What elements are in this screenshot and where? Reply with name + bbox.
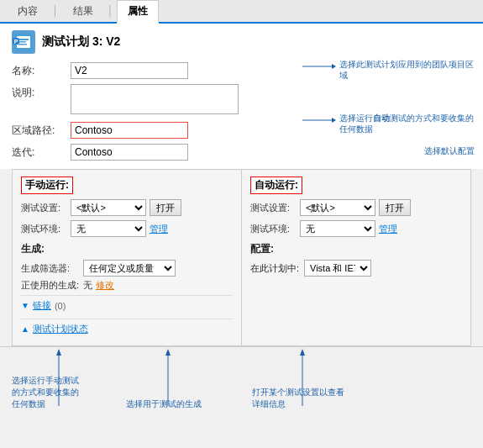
auto-config-select[interactable]: Vista 和 IE7 [304, 260, 371, 277]
iter-input[interactable] [71, 144, 188, 161]
panel-auto: 自动运行: 测试设置: <默认> 打开 测试环境: 无 管理 [242, 170, 470, 345]
svg-text:P: P [14, 39, 18, 45]
tab-divider-2: │ [106, 5, 116, 17]
svg-rect-3 [18, 41, 26, 43]
svg-marker-10 [332, 118, 336, 123]
auto-env-select[interactable]: 无 [300, 220, 375, 237]
form-iter-label: 迭代: [12, 144, 71, 160]
bottom-annot-right: 打开某个测试设置以查看详细信息 [252, 387, 361, 410]
annotation-auto: 选择运行自动测试的方式和要收集的任何数据 [339, 113, 475, 134]
svg-marker-8 [332, 64, 336, 69]
plan-icon-svg: P [13, 31, 34, 53]
manual-build-modify-link[interactable]: 修改 [96, 279, 114, 292]
auto-settings-row: 测试设置: <默认> 打开 [250, 199, 462, 216]
auto-settings-open-btn[interactable]: 打开 [379, 199, 411, 216]
manual-env-manage-link[interactable]: 管理 [150, 223, 168, 235]
auto-title: 自动运行: [255, 178, 298, 192]
manual-build-use-value: 无 [83, 279, 92, 292]
panels-wrapper: 手动运行: 测试设置: <默认> 打开 测试环境: 无 管理 [12, 169, 471, 346]
bottom-annot-middle: 选择用于测试的生成 [126, 398, 210, 410]
bottom-annot-left: 选择运行手动测试的方式和要收集的任何数据 [12, 375, 104, 410]
svg-marker-16 [300, 349, 305, 356]
manual-title-box: 手动运行: [21, 177, 73, 194]
form-area-label: 区域路径: [12, 122, 71, 138]
name-input[interactable] [71, 62, 188, 79]
links-collapse-icon[interactable]: ▼ [21, 301, 29, 310]
select-default-area: 选择默认配置 [302, 145, 475, 157]
auto-settings-select[interactable]: <默认> [300, 199, 375, 216]
annotation-area: 选择此测试计划应用到的团队项目区域 [339, 59, 475, 81]
plan-header: P 测试计划 3: V2 [12, 30, 471, 54]
manual-build-gen-label: 生成筛选器: [21, 262, 80, 275]
manual-env-row: 测试环境: 无 管理 [21, 220, 233, 237]
status-collapse-label[interactable]: 测试计划状态 [33, 323, 88, 335]
auto-config-label: 在此计划中: [250, 262, 301, 275]
manual-env-select[interactable]: 无 [71, 220, 146, 237]
arrow2-svg [302, 114, 336, 126]
tab-results[interactable]: 结果 [62, 0, 104, 22]
arrow1-svg [302, 61, 336, 72]
annot2-bold: 自动 [373, 113, 390, 123]
bottom-section: 选择运行手动测试的方式和要收集的任何数据 选择用于测试的生成 打开某个测试设置以… [0, 346, 483, 414]
svg-marker-14 [165, 349, 171, 356]
auto-settings-label: 测试设置: [250, 202, 297, 214]
manual-build-gen-select[interactable]: 任何定义或质量 [83, 260, 176, 277]
links-collapse-label[interactable]: 链接 [33, 299, 51, 312]
auto-env-manage-link[interactable]: 管理 [379, 223, 397, 235]
auto-env-row: 测试环境: 无 管理 [250, 220, 462, 237]
manual-settings-label: 测试设置: [21, 202, 67, 214]
auto-title-box: 自动运行: [250, 177, 302, 194]
links-collapse-row: ▼ 链接 (0) [21, 295, 233, 315]
select-default-link[interactable]: 选择默认配置 [424, 146, 475, 155]
status-collapse-icon[interactable]: ▲ [21, 324, 29, 334]
form-name-label: 名称: [12, 62, 71, 78]
bottom-annot-right-text: 打开某个测试设置以查看详细信息 [252, 387, 344, 408]
annot2-prefix: 选择运行 [339, 113, 373, 123]
manual-settings-select[interactable]: <默认> [71, 199, 146, 216]
panels-row: 手动运行: 测试设置: <默认> 打开 测试环境: 无 管理 [13, 170, 470, 345]
tab-content[interactable]: 内容 [7, 0, 49, 22]
area-input[interactable] [71, 122, 188, 139]
tab-bar: 内容 │ 结果 │ 属性 [0, 0, 483, 24]
tab-divider-1: │ [50, 5, 60, 17]
manual-build-use-label: 正使用的生成: [21, 279, 80, 292]
manual-build-use-row: 正使用的生成: 无 修改 [21, 279, 233, 292]
manual-build-section: 生成: 生成筛选器: 任何定义或质量 正使用的生成: 无 修改 [21, 242, 233, 292]
plan-icon: P [12, 30, 35, 54]
status-collapse-row: ▲ 测试计划状态 [21, 319, 233, 339]
manual-build-gen-row: 生成筛选器: 任何定义或质量 [21, 260, 233, 277]
manual-settings-row: 测试设置: <默认> 打开 [21, 199, 233, 216]
svg-rect-2 [18, 39, 29, 40]
form-section: P 测试计划 3: V2 名称: 说明: 区域路径: [0, 24, 483, 169]
right-annotations: 选择此测试计划应用到的团队项目区域 选择运行自动测试的方式和要收集的任何数据 选… [302, 59, 475, 157]
svg-marker-12 [56, 349, 61, 356]
panel-manual: 手动运行: 测试设置: <默认> 打开 测试环境: 无 管理 [13, 170, 242, 345]
bottom-annot-left-text: 选择运行手动测试的方式和要收集的任何数据 [12, 376, 79, 408]
auto-config-title: 配置: [250, 242, 462, 256]
manual-settings-open-btn[interactable]: 打开 [150, 199, 181, 216]
form-desc-label: 说明: [12, 84, 71, 100]
tab-attributes[interactable]: 属性 [117, 0, 159, 24]
bottom-annot-middle-text: 选择用于测试的生成 [126, 399, 202, 408]
auto-env-label: 测试环境: [250, 223, 297, 235]
links-count: (0) [55, 301, 66, 311]
manual-title: 手动运行: [25, 178, 69, 192]
auto-config-section: 配置: 在此计划中: Vista 和 IE7 [250, 242, 462, 277]
auto-config-row: 在此计划中: Vista 和 IE7 [250, 260, 462, 277]
manual-build-title: 生成: [21, 242, 233, 256]
desc-textarea[interactable] [71, 84, 239, 114]
plan-title: 测试计划 3: V2 [42, 34, 120, 50]
svg-rect-4 [18, 44, 27, 45]
manual-env-label: 测试环境: [21, 223, 67, 235]
